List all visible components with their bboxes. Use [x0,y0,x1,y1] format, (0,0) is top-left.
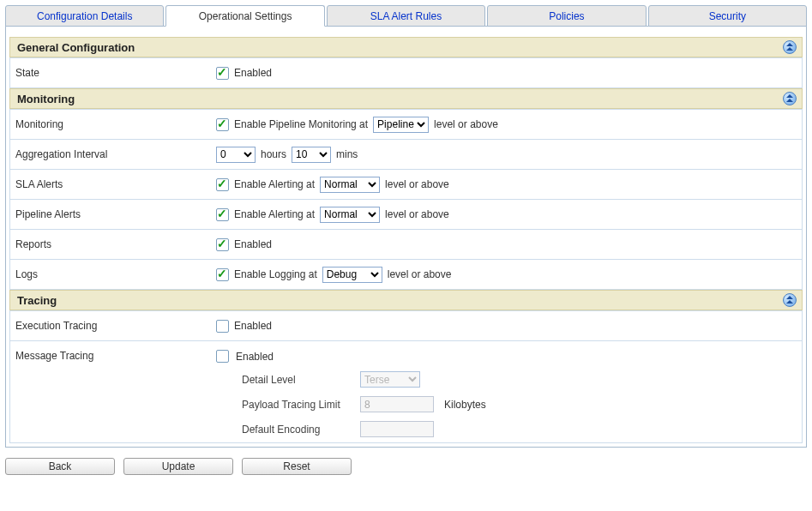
msg-enabled-text: Enabled [236,351,274,363]
label-execution-tracing: Execution Tracing [10,311,209,340]
collapse-icon[interactable] [783,293,797,307]
tab-configuration-details[interactable]: Configuration Details [5,5,164,27]
row-aggregation-interval: Aggregation Interval 0 hours 10 mins [9,140,803,170]
monitoring-suffix: level or above [434,118,498,130]
reset-button[interactable]: Reset [242,458,352,475]
message-tracing-checkbox[interactable] [216,350,229,363]
hours-text: hours [261,148,286,160]
label-monitoring: Monitoring [10,110,209,139]
payload-limit-input [360,396,434,412]
execution-tracing-checkbox[interactable] [216,320,229,333]
monitoring-prefix: Enable Pipeline Monitoring at [234,118,368,130]
tab-bar: Configuration Details Operational Settin… [5,5,807,27]
button-row: Back Update Reset [5,458,807,475]
row-logs: Logs Enable Logging at Debug level or ab… [9,260,803,290]
label-sla-alerts: SLA Alerts [10,170,209,199]
sla-suffix: level or above [385,178,449,190]
pa-suffix: level or above [385,208,449,220]
logs-prefix: Enable Logging at [234,268,317,280]
label-message-tracing: Message Tracing [10,341,209,442]
sla-level-select[interactable]: Normal [320,177,380,193]
tab-security[interactable]: Security [648,5,807,27]
section-general-configuration: General Configuration [9,37,803,57]
label-default-encoding: Default Encoding [242,424,353,436]
label-aggregation-interval: Aggregation Interval [10,140,209,169]
sla-prefix: Enable Alerting at [234,178,315,190]
logs-level-select[interactable]: Debug [322,267,382,283]
row-sla-alerts: SLA Alerts Enable Alerting at Normal lev… [9,170,803,200]
logs-checkbox[interactable] [216,268,229,281]
row-pipeline-alerts: Pipeline Alerts Enable Alerting at Norma… [9,200,803,230]
mins-text: mins [336,148,358,160]
default-encoding-input [360,421,434,437]
label-reports: Reports [10,230,209,259]
label-state: State [10,58,209,87]
collapse-icon[interactable] [783,92,797,105]
section-title: Tracing [17,294,57,307]
update-button[interactable]: Update [123,458,233,475]
state-checkbox[interactable] [216,67,229,80]
logs-suffix: level or above [388,268,452,280]
exec-enabled-text: Enabled [234,320,272,332]
pipeline-alerts-checkbox[interactable] [216,208,229,221]
pa-prefix: Enable Alerting at [234,208,315,220]
row-monitoring: Monitoring Enable Pipeline Monitoring at… [9,109,803,140]
monitoring-level-select[interactable]: Pipeline [373,117,429,133]
row-state: State Enabled [9,57,803,88]
row-message-tracing: Message Tracing Enabled Detail Level Ter… [9,341,803,443]
kilobytes-text: Kilobytes [444,399,486,411]
monitoring-checkbox[interactable] [216,118,229,131]
collapse-icon[interactable] [783,40,797,54]
section-title: General Configuration [17,41,135,54]
pipeline-alert-level-select[interactable]: Normal [320,207,380,223]
reports-enabled-text: Enabled [234,238,272,250]
section-title: Monitoring [17,93,75,105]
detail-level-select: Terse [360,371,420,388]
section-tracing: Tracing [9,290,803,310]
label-logs: Logs [10,260,209,289]
operational-settings-panel: General Configuration State Enabled Moni… [5,26,807,448]
section-monitoring: Monitoring [9,88,803,109]
tab-operational-settings[interactable]: Operational Settings [165,5,324,27]
back-button[interactable]: Back [5,458,115,475]
state-enabled-text: Enabled [234,67,272,79]
sla-alerts-checkbox[interactable] [216,178,229,191]
label-detail-level: Detail Level [242,374,353,386]
tab-sla-alert-rules[interactable]: SLA Alert Rules [327,5,485,27]
row-reports: Reports Enabled [9,230,803,260]
label-pipeline-alerts: Pipeline Alerts [10,200,209,229]
aggregation-hours-select[interactable]: 0 [216,147,256,163]
tab-policies[interactable]: Policies [487,5,646,27]
aggregation-mins-select[interactable]: 10 [292,147,331,163]
reports-checkbox[interactable] [216,238,229,251]
label-payload-limit: Payload Tracing Limit [242,399,353,411]
row-execution-tracing: Execution Tracing Enabled [9,310,803,341]
